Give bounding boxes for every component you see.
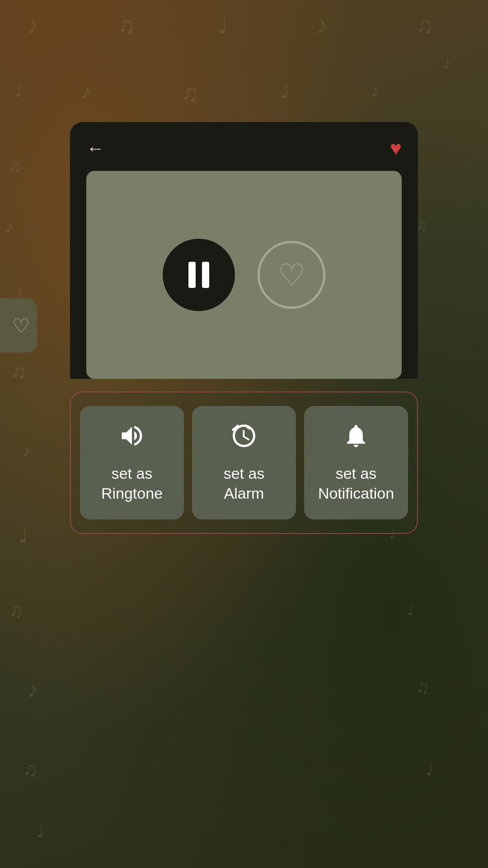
pause-button[interactable] [163,239,235,311]
favorite-button[interactable]: ♥ [390,138,402,158]
set-as-notification-button[interactable]: set asNotification [304,406,408,519]
alarm-label: set asAlarm [224,463,265,503]
side-favorite-button[interactable]: ♡ [0,298,37,353]
bell-icon [343,422,370,453]
album-art-area: ♡ [86,171,402,379]
player-card: ← ♥ ♡ [70,122,418,379]
notification-label: set asNotification [318,463,394,503]
side-heart-icon: ♡ [12,314,30,337]
main-container: ← ♥ ♡ set [70,122,418,534]
ringtone-label: set asRingtone [101,463,163,503]
pause-bar-left [188,262,196,288]
back-button[interactable]: ← [86,139,104,157]
set-as-alarm-button[interactable]: set asAlarm [192,406,296,519]
pause-bar-right [202,262,209,288]
heart-outline-icon: ♡ [278,259,305,290]
player-topbar: ← ♥ [86,138,402,158]
heart-outline-button[interactable]: ♡ [258,241,325,309]
volume-icon [118,422,145,453]
pause-icon [188,262,209,288]
actions-card: set asRingtone set asAlarm set asNotific… [70,392,418,534]
alarm-icon [230,422,258,453]
set-as-ringtone-button[interactable]: set asRingtone [80,406,184,519]
